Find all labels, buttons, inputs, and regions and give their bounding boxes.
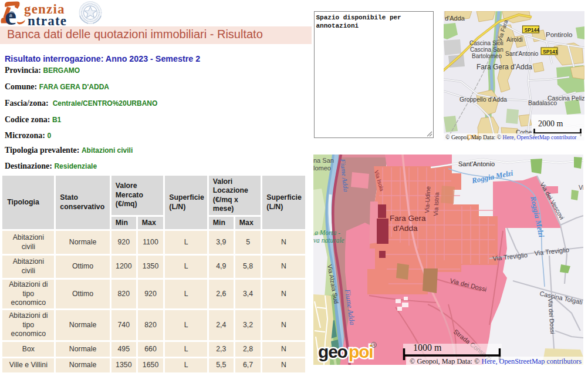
- svg-text:Fara Gera: Fara Gera: [390, 214, 426, 223]
- svg-text:2000 m: 2000 m: [538, 119, 563, 128]
- svg-text:Groppello d'Adda: Groppello d'Adda: [459, 96, 507, 103]
- svg-text:© Geopoi, Map Data: © Here, Op: © Geopoi, Map Data: © Here, OpenStreetMa…: [410, 357, 582, 365]
- svg-text:Bartolomeo: Bartolomeo: [472, 53, 502, 59]
- svg-text:Via-Udine: Via-Udine: [423, 186, 431, 213]
- svg-text:Airoldi: Airoldi: [506, 36, 523, 43]
- svg-text:Sant'Antonio: Sant'Antonio: [458, 160, 495, 167]
- svg-text:d'Adda: d'Adda: [445, 15, 465, 22]
- svg-text:SP141: SP141: [543, 48, 558, 54]
- svg-text:Sant'Antonio: Sant'Antonio: [505, 51, 539, 57]
- svg-text:Cascina San: Cascina San: [470, 46, 503, 53]
- svg-text:Fara Gera d'Adda: Fara Gera d'Adda: [477, 63, 532, 71]
- svg-text:poi: poi: [349, 342, 373, 361]
- svg-text:Pontirolo: Pontirolo: [546, 31, 572, 38]
- svg-text:Cascina Peliza: Cascina Peliza: [548, 95, 584, 102]
- svg-text:geo: geo: [318, 342, 348, 361]
- svg-text:na San: na San: [313, 157, 334, 164]
- svg-text:va naturale: va naturale: [313, 237, 344, 244]
- svg-text:© Geopoi, Map Data: © Here, Op: © Geopoi, Map Data: © Here, OpenSeetMap …: [445, 134, 577, 140]
- svg-text:a Morta -: a Morta -: [315, 229, 340, 236]
- svg-text:1000 m: 1000 m: [413, 342, 442, 352]
- svg-text:d'Adda: d'Adda: [393, 224, 418, 233]
- svg-text:SP144: SP144: [524, 26, 539, 32]
- svg-text:Via: Via: [579, 184, 583, 191]
- svg-text:Via Istria: Via Istria: [432, 192, 440, 216]
- svg-text:lomeo: lomeo: [313, 164, 331, 172]
